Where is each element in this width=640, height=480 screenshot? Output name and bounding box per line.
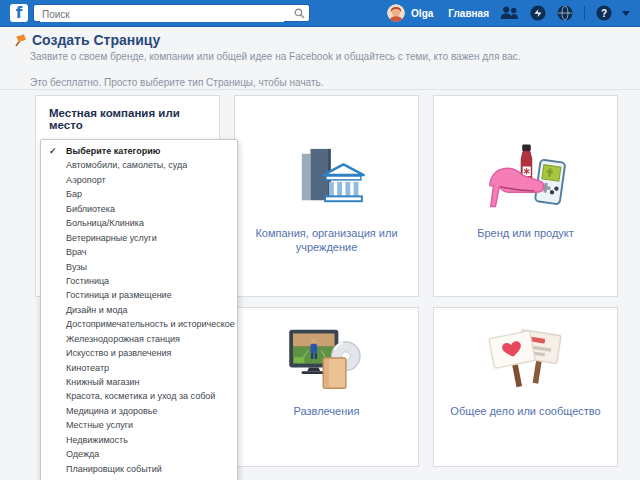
page-title: Создать Страницу (32, 32, 160, 48)
dropdown-item-label: Вузы (66, 262, 87, 272)
dropdown-item-label: Недвижимость (66, 435, 128, 445)
friend-requests-button[interactable] (500, 6, 519, 20)
category-dropdown: ✓ Выберите категорию ✓ Автомобили, самол… (40, 139, 238, 480)
dropdown-item-label: Ветеринарные услуги (66, 233, 157, 243)
page-type-card-entertainment[interactable]: Развлечения (234, 307, 419, 467)
page-type-card-community[interactable]: Общее дело или сообщество (433, 307, 618, 467)
dropdown-item[interactable]: ✓ Недвижимость (41, 433, 237, 447)
dropdown-item-label: Врач (66, 247, 87, 257)
dropdown-item[interactable]: ✓ Достопримечательность и историческое м… (41, 317, 237, 331)
dropdown-item[interactable]: ✓ Выберите категорию (41, 144, 237, 158)
svg-text:?: ? (601, 8, 607, 19)
card-label: Развлечения (280, 404, 374, 418)
dropdown-item[interactable]: ✓ Книжный магазин (41, 375, 237, 389)
dropdown-item-label: Автомобили, самолеты, суда (66, 160, 187, 170)
dropdown-item[interactable]: ✓ Дизайн и мода (41, 303, 237, 317)
dropdown-item-label: Книжный магазин (66, 377, 140, 387)
dropdown-item[interactable]: ✓ Гостиница и размещение (41, 288, 237, 302)
dropdown-item-label: Планировщик событий (66, 464, 162, 474)
local-business-title: Местная компания или место (49, 107, 209, 131)
search-input[interactable] (40, 6, 284, 22)
dropdown-item[interactable]: ✓ Ветеринарные услуги (41, 231, 237, 245)
dropdown-item-label: Библиотека (66, 204, 115, 214)
dropdown-item[interactable]: ✓ Одежда (41, 447, 237, 461)
dropdown-item[interactable]: ✓ Железнодорожная станция (41, 332, 237, 346)
dropdown-item[interactable]: ✓ Медицина и здоровье (41, 404, 237, 418)
dropdown-item[interactable]: ✓ Аэропорт (41, 173, 237, 187)
dropdown-item-label: Достопримечательность и историческое мес… (66, 319, 238, 329)
dropdown-item-label: Гостиница (66, 276, 109, 286)
dropdown-item-label: Железнодорожная станция (66, 334, 180, 344)
dropdown-item-label: Местные услуги (66, 420, 133, 430)
dropdown-item[interactable]: ✓ Библиотека (41, 202, 237, 216)
search-icon[interactable] (294, 8, 305, 19)
dropdown-item-label: Медицина и здоровье (66, 406, 158, 416)
card-label: Общее дело или сообщество (436, 404, 614, 418)
question-icon: ? (596, 5, 612, 21)
entertainment-icon (285, 324, 369, 392)
page-header: Создать Страницу Заявите о своем бренде,… (0, 26, 640, 90)
topbar-right-cluster: Olga Главная (387, 0, 630, 26)
dropdown-item-label: Аэропорт (66, 175, 106, 185)
card-label: Компания, организация или учреждение (235, 226, 418, 255)
page-description: Заявите о своем бренде, компании или общ… (30, 51, 596, 63)
dropdown-item-label: Выберите категорию (66, 146, 160, 156)
topbar-divider (584, 6, 585, 20)
page-type-card-brand[interactable]: Бренд или продукт (433, 95, 618, 297)
page-subdescription: Это бесплатно. Просто выберите тип Стран… (30, 77, 324, 88)
card-label: Бренд или продукт (463, 226, 588, 240)
messenger-button[interactable] (530, 5, 546, 21)
globe-icon (557, 5, 573, 21)
dropdown-item-label: Больница/Клиника (66, 218, 144, 228)
dropdown-item[interactable]: ✓ Бар (41, 187, 237, 201)
help-button[interactable]: ? (596, 5, 612, 21)
top-navigation-bar: f Olga Главная (0, 0, 640, 27)
dropdown-item[interactable]: ✓ Вузы (41, 260, 237, 274)
facebook-logo[interactable]: f (10, 4, 28, 22)
home-link[interactable]: Главная (448, 8, 489, 19)
account-menu-button[interactable] (622, 11, 630, 16)
dropdown-item-label: Искусство и развлечения (66, 348, 171, 358)
flag-icon (13, 33, 27, 47)
dropdown-item-label: Одежда (66, 449, 99, 459)
dropdown-item[interactable]: ✓ Планировщик событий (41, 462, 237, 476)
dropdown-item-label: Кинотеатр (66, 363, 109, 373)
notifications-button[interactable] (557, 5, 573, 21)
dropdown-item[interactable]: ✓ Кинотеатр (41, 361, 237, 375)
dropdown-item-label: Дизайн и мода (66, 305, 128, 315)
dropdown-item-label: Гостиница и размещение (66, 290, 172, 300)
search-box (33, 4, 310, 22)
dropdown-item-label: Красота, косметика и уход за собой (66, 391, 215, 401)
dropdown-item[interactable]: ✓ Больница/Клиника (41, 216, 237, 230)
user-avatar[interactable] (387, 4, 405, 22)
brand-icon (484, 140, 568, 214)
buildings-icon (286, 140, 368, 214)
community-icon (484, 324, 568, 392)
dropdown-item[interactable]: ✓ Красота, косметика и уход за собой (41, 389, 237, 403)
page-type-card-company[interactable]: Компания, организация или учреждение (234, 95, 419, 297)
dropdown-item-label: Бар (66, 189, 82, 199)
dropdown-item[interactable]: ✓ Врач (41, 245, 237, 259)
friends-icon (500, 6, 519, 20)
dropdown-item[interactable]: ✓ Гостиница (41, 274, 237, 288)
user-name[interactable]: Olga (411, 8, 433, 19)
check-icon: ✓ (49, 144, 57, 158)
messenger-icon (530, 5, 546, 21)
dropdown-item[interactable]: ✓ Местные услуги (41, 418, 237, 432)
dropdown-item[interactable]: ✓ Автомобили, самолеты, суда (41, 158, 237, 172)
dropdown-item[interactable]: ✓ Искусство и развлечения (41, 346, 237, 360)
